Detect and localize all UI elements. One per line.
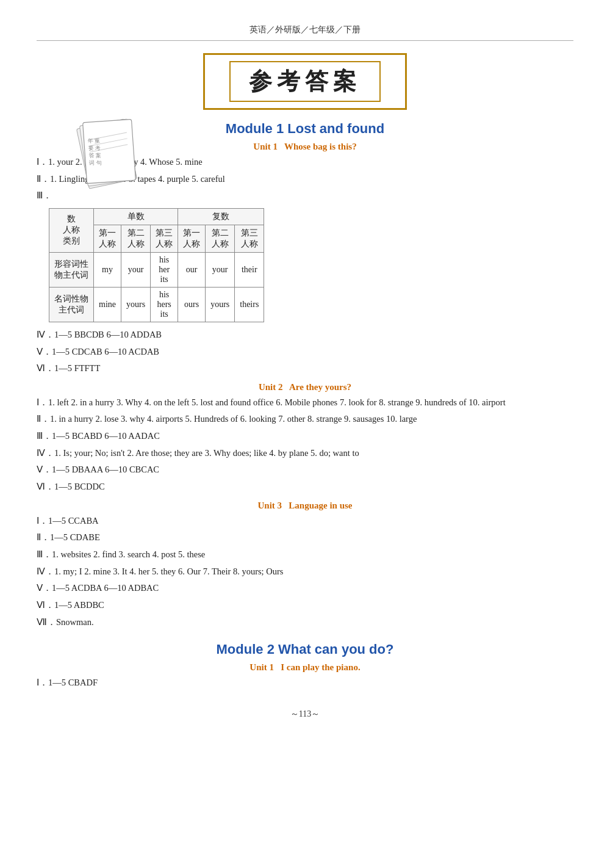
unit3-line6: Ⅵ．1—5 ABDBC <box>37 598 573 613</box>
cell-yours1: yours <box>121 287 151 322</box>
pronoun-table: 数人称类别 单数 复数 第一人称 第二人称 第三人称 第一人称 第二人称 第三人… <box>49 208 264 322</box>
header-text: 英语／外研版／七年级／下册 <box>249 25 361 34</box>
unit2-line2: Ⅱ．1. in a hurry 2. lose 3. why 4. airpor… <box>37 411 573 427</box>
unit3-title: Unit 3 Language in use <box>37 501 573 511</box>
table-header-plural: 复数 <box>178 208 264 225</box>
col-s2: 第二人称 <box>121 225 151 252</box>
module2-section: Module 2 What can you do? Unit 1 I can p… <box>37 642 573 690</box>
notebook-sketch: 年 重 要 考 答 案 词 句 <box>70 105 149 190</box>
answer-box: 参考答案 <box>203 53 407 110</box>
cell-his2: hishersits <box>151 287 178 322</box>
cell-his1: hisherits <box>151 252 178 287</box>
module2-title: Module 2 What can you do? <box>37 642 573 657</box>
module1-section: Module 1 Lost and found Unit 1 Whose bag… <box>37 121 573 629</box>
page-number: ～113～ <box>37 709 573 720</box>
svg-text:词 句: 词 句 <box>89 159 102 166</box>
unit2-title: Unit 2 Are they yours? <box>37 382 573 392</box>
unit3-line7: Ⅶ．Snowman. <box>37 615 573 630</box>
unit2-line1: Ⅰ．1. left 2. in a hurry 3. Why 4. on the… <box>37 395 573 410</box>
cell-ours: ours <box>178 287 206 322</box>
module2-unit1-line1: Ⅰ．1—5 CBADF <box>37 675 573 690</box>
unit1-line4: Ⅳ．1—5 BBCDB 6—10 ADDAB <box>37 327 573 342</box>
cell-our: our <box>178 252 206 287</box>
unit1-line6: Ⅵ．1—5 FTFTT <box>37 361 573 376</box>
unit1-line5: Ⅴ．1—5 CDCAB 6—10 ACDAB <box>37 344 573 360</box>
unit2-line4: Ⅳ．1. Is; your; No; isn't 2. Are those; t… <box>37 446 573 461</box>
unit3-line5: Ⅴ．1—5 ACDBA 6—10 ADBAC <box>37 580 573 596</box>
cell-your1: your <box>121 252 151 287</box>
svg-text:要 考: 要 考 <box>88 145 101 151</box>
cell-my: my <box>94 252 121 287</box>
unit3-line3: Ⅲ．1. websites 2. find 3. search 4. post … <box>37 547 573 562</box>
cell-yours2: yours <box>206 287 235 322</box>
col-p1: 第一人称 <box>178 225 206 252</box>
col-p3: 第三人称 <box>235 225 264 252</box>
answer-box-inner: 参考答案 <box>229 61 381 102</box>
unit3-line1: Ⅰ．1—5 CCABA <box>37 513 573 529</box>
cell-their: their <box>235 252 264 287</box>
svg-text:答 案: 答 案 <box>88 152 101 159</box>
unit2-line6: Ⅵ．1—5 BCDDC <box>37 479 573 494</box>
unit3-line4: Ⅳ．1. my; I 2. mine 3. It 4. her 5. they … <box>37 564 573 579</box>
cell-your2: your <box>206 252 235 287</box>
top-header: 英语／外研版／七年级／下册 <box>37 24 573 41</box>
unit3-line2: Ⅱ．1—5 CDABE <box>37 530 573 545</box>
answer-title: 参考答案 <box>249 66 361 97</box>
unit2-line3: Ⅲ．1—5 BCABD 6—10 AADAC <box>37 429 573 444</box>
svg-text:年 重: 年 重 <box>87 137 100 144</box>
row2-label: 名词性物主代词 <box>49 287 94 322</box>
row1-label: 形容词性物主代词 <box>49 252 94 287</box>
unit2-line5: Ⅴ．1—5 DBAAA 6—10 CBCAC <box>37 462 573 477</box>
table-header-singular: 单数 <box>94 208 178 225</box>
cell-theirs: theirs <box>235 287 264 322</box>
col-s3: 第三人称 <box>151 225 178 252</box>
banner-area: 年 重 要 考 答 案 词 句 参考答案 <box>37 53 573 110</box>
cell-mine: mine <box>94 287 121 322</box>
col-s1: 第一人称 <box>94 225 121 252</box>
page: 英语／外研版／七年级／下册 年 重 要 考 答 案 词 句 <box>0 0 610 868</box>
module2-unit1-title: Unit 1 I can play the piano. <box>37 662 573 673</box>
table-header-count: 数人称类别 <box>49 208 94 252</box>
col-p2: 第二人称 <box>206 225 235 252</box>
